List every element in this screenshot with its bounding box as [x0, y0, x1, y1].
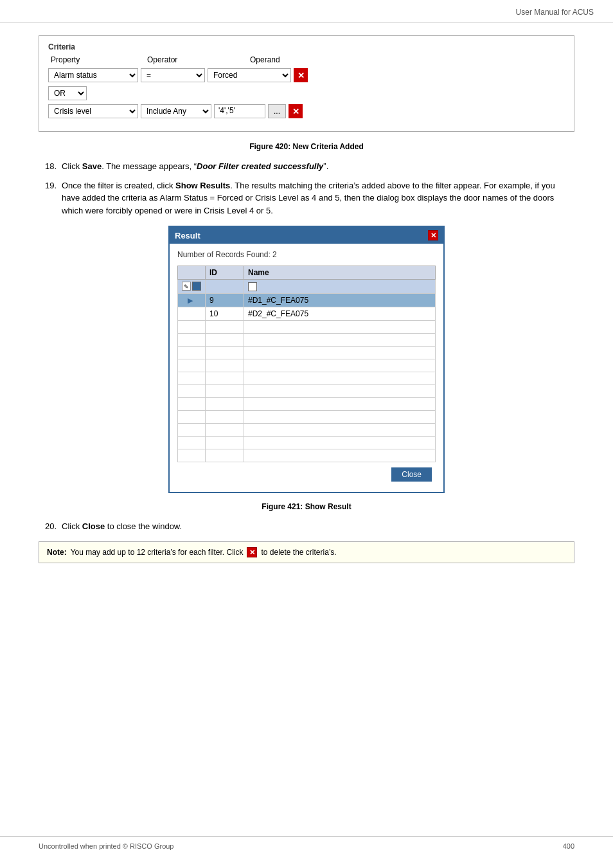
close-btn-row: Close [177, 462, 436, 485]
criteria-legend: Criteria [48, 42, 565, 51]
step-19-content: Once the filter is created, click Show R… [62, 179, 574, 217]
close-button[interactable]: Close [391, 467, 432, 482]
note-text: You may add up to 12 criteria’s for each… [71, 548, 244, 557]
empty-row-7 [178, 397, 436, 410]
ellipsis-btn-2[interactable]: ... [268, 104, 286, 118]
step-18-text-before: Click [62, 161, 82, 171]
figure-420-caption: Figure 420: New Criteria Added [39, 142, 574, 151]
records-found: Number of Records Found: 2 [177, 250, 436, 259]
criteria-row-2: Crisis level Include Any '4','5' ... ✕ [48, 104, 565, 118]
empty-row-6 [178, 384, 436, 397]
or-row: OR [48, 86, 565, 100]
filter-id-cell [206, 280, 244, 294]
th-id: ID [206, 266, 244, 280]
empty-row-4 [178, 359, 436, 372]
note-box: Note: You may add up to 12 criteria’s fo… [39, 541, 574, 563]
page-footer: Uncontrolled when printed © RISCO Group … [0, 836, 613, 855]
row-10-id: 10 [206, 307, 244, 320]
property-select-1[interactable]: Alarm status [48, 68, 138, 82]
empty-row-2 [178, 333, 436, 346]
property-header: Property [51, 55, 147, 64]
step-18-content: Click Save. The message appears, “Door F… [62, 160, 328, 173]
save-label: Save [82, 161, 102, 171]
footer-right: 400 [563, 842, 574, 850]
step-20-close-label: Close [82, 521, 105, 531]
empty-row-10 [178, 436, 436, 449]
row-10-name: #D2_#C_FEA075 [244, 307, 436, 320]
result-dialog: Result ✕ Number of Records Found: 2 ID N… [168, 226, 445, 493]
th-checkbox [178, 266, 206, 280]
result-body: Number of Records Found: 2 ID Name ✎ [170, 244, 443, 492]
table-filter-row: ✎ [178, 280, 436, 294]
step-19-num: 19. [39, 179, 57, 217]
step-20-text-before: Click [62, 521, 82, 531]
filter-name-cell [244, 280, 436, 294]
empty-row-11 [178, 449, 436, 462]
property-select-2[interactable]: Crisis level [48, 104, 138, 118]
empty-row-5 [178, 372, 436, 384]
operator-header: Operator [147, 55, 250, 64]
delete-btn-1[interactable]: ✕ [294, 68, 308, 82]
numbered-list-2: 20. Click Close to close the window. [39, 520, 574, 533]
page-content: Criteria Property Operator Operand Alarm… [0, 23, 613, 595]
empty-row-9 [178, 423, 436, 436]
operand-value-2: '4','5' [214, 104, 265, 118]
step-18-text-after: . The message appears, “ [102, 161, 197, 171]
empty-row-1 [178, 320, 436, 333]
row-9-arrow-cell: ▶ [178, 293, 206, 307]
operator-select-2[interactable]: Include Any [141, 104, 211, 118]
row-9-id: 9 [206, 293, 244, 307]
table-row-10[interactable]: 10 #D2_#C_FEA075 [178, 307, 436, 320]
filter-checkbox-cell: ✎ [178, 280, 206, 294]
criteria-row-1: Alarm status = Forced ✕ [48, 68, 565, 82]
figure-421-caption: Figure 421: Show Result [39, 502, 574, 511]
step-18-num: 18. [39, 160, 57, 173]
note-text-after: to delete the criteria’s. [261, 548, 336, 557]
step-19: 19. Once the filter is created, click Sh… [39, 179, 574, 217]
step-18: 18. Click Save. The message appears, “Do… [39, 160, 574, 173]
table-row-9[interactable]: ▶ 9 #D1_#C_FEA075 [178, 293, 436, 307]
filter-checkbox [192, 282, 201, 291]
operand-select-1[interactable]: Forced [208, 68, 291, 82]
step-20-content: Click Close to close the window. [62, 520, 182, 533]
empty-row-3 [178, 346, 436, 359]
row-9-name: #D1_#C_FEA075 [244, 293, 436, 307]
row-10-checkbox-cell [178, 307, 206, 320]
step-20-text-after: to close the window. [105, 521, 182, 531]
step-20: 20. Click Close to close the window. [39, 520, 574, 533]
step-19-text-before: Once the filter is created, click [62, 181, 175, 190]
result-table-header: ID Name [178, 266, 436, 280]
or-select[interactable]: OR [48, 86, 87, 100]
step-20-num: 20. [39, 520, 57, 533]
note-x-icon: ✕ [247, 547, 257, 557]
note-label: Note: [47, 548, 67, 557]
criteria-headers: Property Operator Operand [48, 55, 565, 64]
row-arrow: ▶ [188, 296, 193, 304]
page-header: User Manual for ACUS [0, 0, 613, 23]
name-checkbox [248, 282, 257, 291]
result-table: ID Name ✎ [177, 266, 436, 462]
footer-left: Uncontrolled when printed © RISCO Group [39, 842, 173, 850]
pencil-icon: ✎ [182, 282, 191, 291]
result-title-bar: Result ✕ [170, 227, 443, 244]
result-close-icon[interactable]: ✕ [428, 230, 438, 240]
numbered-list: 18. Click Save. The message appears, “Do… [39, 160, 574, 217]
criteria-box: Criteria Property Operator Operand Alarm… [39, 35, 574, 132]
delete-btn-2[interactable]: ✕ [289, 104, 303, 118]
result-title: Result [175, 231, 200, 240]
operator-select-1[interactable]: = [141, 68, 205, 82]
show-results-label: Show Results [175, 181, 230, 190]
th-name: Name [244, 266, 436, 280]
empty-row-8 [178, 410, 436, 423]
operand-header: Operand [250, 55, 378, 64]
step-18-close: ”. [323, 161, 328, 171]
step-18-message: Door Filter created successfully [197, 161, 323, 171]
header-title: User Manual for ACUS [516, 8, 594, 17]
